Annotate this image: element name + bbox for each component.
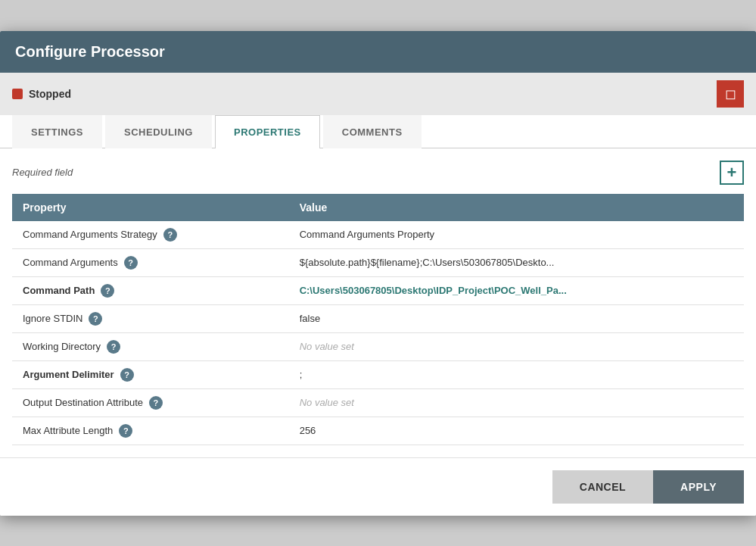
help-icon[interactable]: ?: [124, 256, 138, 270]
dialog-title: Configure Processor: [15, 43, 165, 60]
help-icon[interactable]: ?: [107, 340, 120, 354]
required-field-label: Required field: [12, 167, 73, 178]
table-body: Command Arguments Strategy?Command Argum…: [12, 221, 744, 445]
help-icon[interactable]: ?: [101, 284, 114, 298]
value-cell[interactable]: 256: [289, 417, 744, 445]
table-row: Command Arguments?${absolute.path}${file…: [12, 248, 744, 276]
value-cell[interactable]: No value set: [289, 332, 744, 360]
property-name: Argument Delimiter: [23, 369, 114, 380]
tab-properties[interactable]: PROPERTIES: [215, 115, 320, 148]
apply-button[interactable]: APPLY: [653, 470, 744, 504]
property-column-header: Property: [12, 194, 289, 221]
property-cell: Command Path?: [12, 276, 289, 304]
value-cell[interactable]: ;: [289, 360, 744, 388]
table-row: Ignore STDIN?false: [12, 304, 744, 332]
tab-comments[interactable]: COMMENTS: [323, 115, 422, 148]
help-icon[interactable]: ?: [120, 368, 134, 382]
status-label: Stopped: [29, 88, 71, 100]
dialog-footer: CANCEL APPLY: [0, 457, 756, 516]
help-icon[interactable]: ?: [89, 312, 102, 326]
properties-table: Property Value Command Arguments Strateg…: [12, 194, 744, 445]
property-name: Command Arguments: [23, 257, 118, 268]
value-column-header: Value: [289, 194, 744, 221]
property-cell: Max Attribute Length?: [12, 417, 289, 445]
help-icon[interactable]: ?: [149, 396, 163, 410]
property-cell: Output Destination Attribute?: [12, 388, 289, 417]
property-name: Command Path: [23, 285, 95, 296]
table-row: Max Attribute Length?256: [12, 417, 744, 445]
content-area: Required field + Property Value Command …: [0, 148, 756, 457]
value-cell[interactable]: No value set: [289, 388, 744, 417]
stop-icon: ◻: [725, 86, 736, 102]
value-cell[interactable]: ${absolute.path}${filename};C:\Users\503…: [289, 248, 744, 276]
table-row: Command Path?C:\Users\503067805\Desktop\…: [12, 276, 744, 304]
property-name: Output Destination Attribute: [23, 397, 143, 408]
status-dot-icon: [12, 89, 23, 99]
status-action-button[interactable]: ◻: [717, 80, 744, 108]
help-icon[interactable]: ?: [119, 424, 132, 438]
help-icon[interactable]: ?: [163, 228, 177, 242]
plus-icon: +: [727, 163, 737, 183]
add-property-button[interactable]: +: [720, 161, 744, 185]
property-name: Command Arguments Strategy: [23, 229, 157, 240]
configure-processor-dialog: Configure Processor Stopped ◻ SETTINGS S…: [0, 31, 756, 516]
property-name: Working Directory: [23, 341, 101, 352]
table-header: Property Value: [12, 194, 744, 221]
property-cell: Ignore STDIN?: [12, 304, 289, 332]
status-bar: Stopped ◻: [0, 73, 756, 115]
property-name: Ignore STDIN: [23, 313, 82, 324]
table-row: Output Destination Attribute?No value se…: [12, 388, 744, 417]
tab-scheduling[interactable]: SCHEDULING: [105, 115, 212, 148]
cancel-button[interactable]: CANCEL: [552, 470, 653, 504]
table-row: Command Arguments Strategy?Command Argum…: [12, 221, 744, 249]
dialog-header: Configure Processor: [0, 31, 756, 73]
tab-settings[interactable]: SETTINGS: [12, 115, 102, 148]
table-row: Argument Delimiter?;: [12, 360, 744, 388]
status-indicator: Stopped: [12, 88, 71, 100]
tabs-container: SETTINGS SCHEDULING PROPERTIES COMMENTS: [0, 115, 756, 148]
table-row: Working Directory?No value set: [12, 332, 744, 360]
value-cell[interactable]: C:\Users\503067805\Desktop\IDP_Project\P…: [289, 276, 744, 304]
value-cell[interactable]: false: [289, 304, 744, 332]
property-cell: Argument Delimiter?: [12, 360, 289, 388]
value-cell[interactable]: Command Arguments Property: [289, 221, 744, 249]
property-cell: Command Arguments?: [12, 248, 289, 276]
property-cell: Command Arguments Strategy?: [12, 221, 289, 249]
property-cell: Working Directory?: [12, 332, 289, 360]
required-field-bar: Required field +: [12, 161, 744, 185]
property-name: Max Attribute Length: [23, 425, 113, 436]
